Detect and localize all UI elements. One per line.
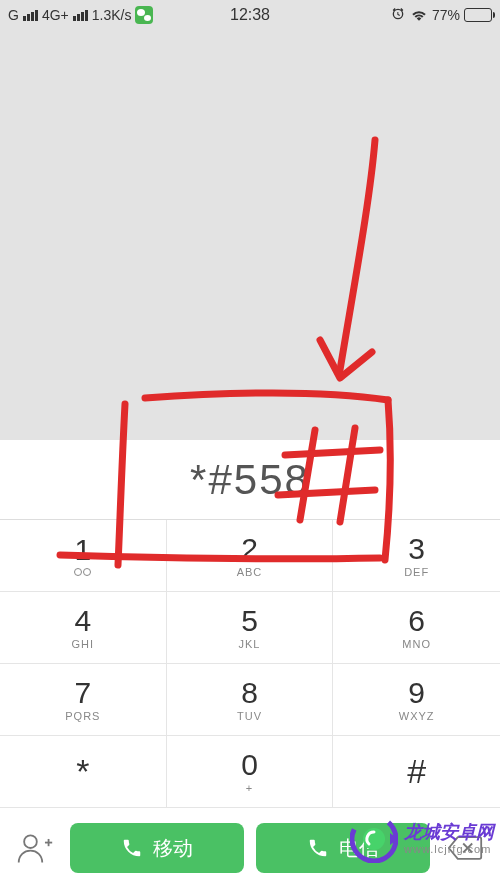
call-sim1-button[interactable]: 移动 — [70, 823, 244, 873]
recent-calls-area — [0, 30, 500, 440]
key-4[interactable]: 4 GHI — [0, 592, 167, 664]
key-0[interactable]: 0 + — [167, 736, 334, 808]
key-digit: * — [76, 752, 89, 791]
watermark: 龙城安卓网 www.lcjrfg.com — [350, 815, 494, 863]
status-right: 77% — [390, 6, 492, 25]
data-speed: 1.3K/s — [92, 7, 132, 23]
key-digit: 5 — [241, 606, 258, 636]
key-1[interactable]: 1 — [0, 520, 167, 592]
key-digit: 8 — [241, 678, 258, 708]
key-digit: 1 — [74, 535, 91, 565]
key-letters: WXYZ — [399, 710, 435, 722]
key-letters: PQRS — [65, 710, 100, 722]
battery-pct: 77% — [432, 7, 460, 23]
watermark-title: 龙城安卓网 — [404, 822, 494, 843]
network-label: 4G+ — [42, 7, 69, 23]
dial-keypad: 1 2 ABC 3 DEF 4 GHI 5 JKL 6 MNO 7 PQRS 8… — [0, 520, 500, 808]
add-contact-button[interactable] — [12, 825, 58, 871]
key-digit: 4 — [74, 606, 91, 636]
wifi-icon — [410, 7, 428, 24]
key-9[interactable]: 9 WXYZ — [333, 664, 500, 736]
phone-icon — [307, 837, 329, 859]
key-digit: 2 — [241, 534, 258, 564]
key-letters: DEF — [404, 566, 429, 578]
key-letters: ABC — [237, 566, 263, 578]
carrier-prefix: G — [8, 7, 19, 23]
key-digit: # — [407, 752, 426, 791]
key-6[interactable]: 6 MNO — [333, 592, 500, 664]
key-digit: 3 — [408, 534, 425, 564]
watermark-url: www.lcjrfg.com — [404, 843, 494, 856]
wechat-icon — [135, 6, 153, 24]
status-bar: G 4G+ 1.3K/s 12:38 77% — [0, 0, 500, 30]
clock: 12:38 — [230, 6, 270, 24]
key-letters: MNO — [402, 638, 431, 650]
signal-icon-sim2 — [73, 10, 88, 21]
key-digit: 6 — [408, 606, 425, 636]
key-2[interactable]: 2 ABC — [167, 520, 334, 592]
key-8[interactable]: 8 TUV — [167, 664, 334, 736]
status-left: G 4G+ 1.3K/s — [8, 6, 153, 24]
svg-point-0 — [24, 835, 37, 848]
voicemail-icon — [74, 568, 91, 576]
key-7[interactable]: 7 PQRS — [0, 664, 167, 736]
add-contact-icon — [16, 832, 54, 864]
alarm-icon — [390, 6, 406, 25]
key-digit: 7 — [74, 678, 91, 708]
key-digit: 0 — [241, 750, 258, 780]
phone-icon — [121, 837, 143, 859]
key-hash[interactable]: # — [333, 736, 500, 808]
dialed-number: *#558 — [190, 456, 310, 504]
battery-icon — [464, 8, 492, 22]
key-3[interactable]: 3 DEF — [333, 520, 500, 592]
call-sim1-label: 移动 — [153, 835, 193, 862]
key-digit: 9 — [408, 678, 425, 708]
key-star[interactable]: * — [0, 736, 167, 808]
dialed-number-display: *#558 — [0, 440, 500, 520]
key-5[interactable]: 5 JKL — [167, 592, 334, 664]
key-letters: TUV — [237, 710, 262, 722]
signal-icon — [23, 10, 38, 21]
key-letters: GHI — [72, 638, 95, 650]
key-letters: + — [246, 782, 253, 794]
key-letters: JKL — [239, 638, 261, 650]
watermark-logo-icon — [350, 815, 398, 863]
